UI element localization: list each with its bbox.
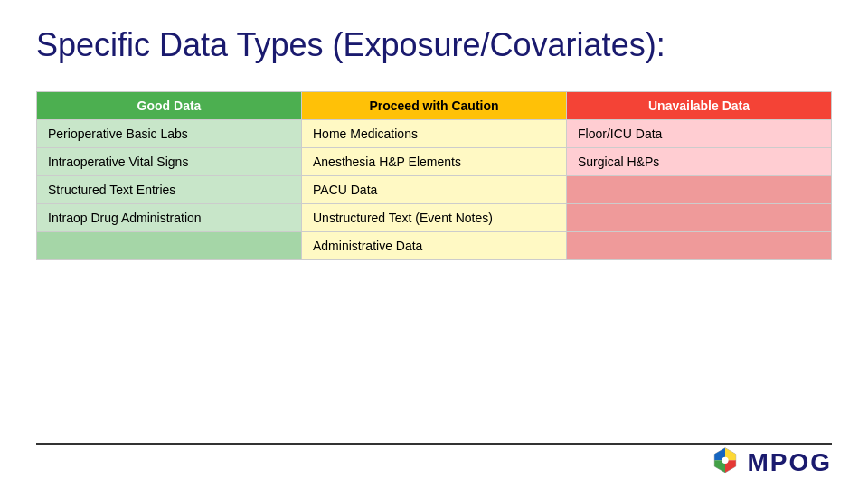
cell-caution: PACU Data [302,176,567,204]
cell-caution: Anesthesia H&P Elements [302,148,567,176]
svg-point-1 [722,457,729,464]
mpog-logo-icon [709,446,741,479]
cell-unavail: Floor/ICU Data [567,120,832,148]
bottom-divider [36,443,832,445]
table-row: Perioperative Basic Labs Home Medication… [37,120,832,148]
table-row: Intraoperative Vital Signs Anesthesia H&… [37,148,832,176]
cell-unavail-empty [567,232,832,260]
table-row: Intraop Drug Administration Unstructured… [37,204,832,232]
header-caution: Proceed with Caution [302,92,567,120]
cell-good: Intraop Drug Administration [37,204,302,232]
table-row: Administrative Data [37,232,832,260]
table-row: Structured Text Entries PACU Data [37,176,832,204]
cell-caution: Administrative Data [302,232,567,260]
cell-unavail: Surgical H&Ps [567,148,832,176]
data-table-container: Good Data Proceed with Caution Unavailab… [36,91,832,260]
header-good: Good Data [37,92,302,120]
cell-unavail-empty [567,204,832,232]
page-title: Specific Data Types (Exposure/Covariates… [0,0,868,82]
logo-text: MPOG [747,448,832,477]
cell-good: Intraoperative Vital Signs [37,148,302,176]
cell-caution: Unstructured Text (Event Notes) [302,204,567,232]
cell-unavail-empty [567,176,832,204]
header-unavail: Unavailable Data [567,92,832,120]
cell-good-empty [37,232,302,260]
logo-area: MPOG [709,446,832,479]
data-table: Good Data Proceed with Caution Unavailab… [36,91,832,260]
cell-good: Perioperative Basic Labs [37,120,302,148]
cell-caution: Home Medications [302,120,567,148]
cell-good: Structured Text Entries [37,176,302,204]
